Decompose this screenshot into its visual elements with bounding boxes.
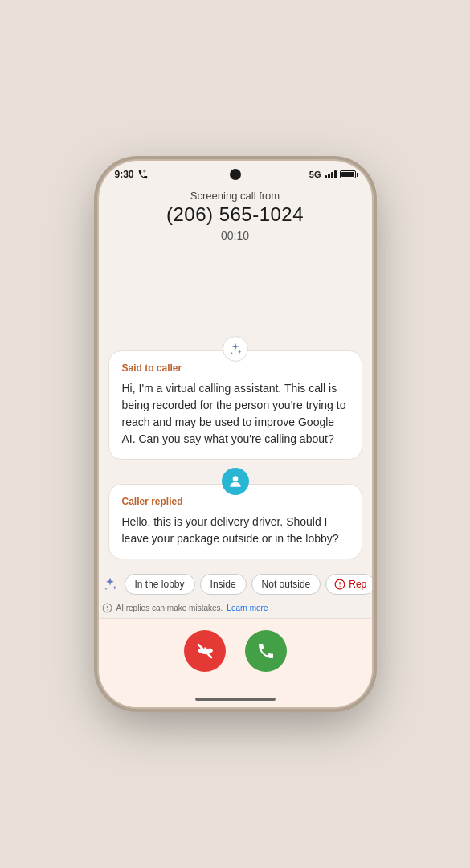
svg-point-6 (106, 609, 107, 610)
home-indicator (99, 691, 372, 707)
network-display: 5G (309, 170, 321, 179)
main-content: Said to caller Hi, I'm a virtual calling… (99, 252, 372, 567)
assistant-bubble: Said to caller Hi, I'm a virtual calling… (108, 350, 362, 460)
person-icon (227, 473, 243, 489)
decline-icon (195, 641, 215, 661)
report-chip[interactable]: Rep (325, 574, 371, 595)
signal-bars (325, 170, 337, 178)
phone-frame: 9:30 5G Screening call from (206) 565-10… (99, 161, 372, 707)
accept-icon (256, 641, 276, 661)
phone-number: (206) 565-1024 (115, 203, 356, 226)
screening-label: Screening call from (115, 190, 356, 202)
home-bar (195, 698, 276, 701)
caller-avatar (222, 468, 249, 495)
svg-point-0 (232, 476, 238, 481)
report-label: Rep (349, 579, 366, 590)
time-display: 9:30 (115, 169, 134, 180)
spacer (108, 252, 362, 336)
suggestion-chip-lobby[interactable]: In the lobby (125, 574, 195, 595)
ai-disclaimer: AI replies can make mistakes. Learn more (99, 601, 372, 618)
status-bar: 9:30 5G (99, 161, 372, 183)
accept-button[interactable] (245, 630, 287, 672)
signal-bar-1 (325, 175, 327, 178)
learn-more-link[interactable]: Learn more (227, 604, 268, 612)
assistant-icon (223, 336, 248, 362)
suggestions-ai-icon (100, 575, 120, 594)
action-bar (99, 618, 372, 691)
battery-fill (341, 172, 354, 177)
call-header: Screening call from (206) 565-1024 00:10 (99, 183, 372, 252)
caller-bubble-label: Caller replied (122, 496, 349, 507)
suggestions-spark-icon (102, 576, 118, 592)
ai-spark-icon (228, 342, 243, 356)
battery-icon (340, 170, 356, 178)
suggestion-chip-inside[interactable]: Inside (200, 574, 247, 595)
signal-bar-3 (331, 172, 333, 178)
call-timer: 00:10 (115, 229, 356, 242)
suggestion-chip-not-outside[interactable]: Not outside (251, 574, 321, 595)
call-indicator-icon (137, 169, 149, 180)
caller-bubble-text: Hello, this is your delivery driver. Sho… (122, 514, 349, 547)
svg-point-3 (340, 586, 341, 587)
signal-bar-4 (334, 170, 337, 178)
status-left: 9:30 (115, 169, 149, 180)
suggestions-bar: In the lobby Inside Not outside Rep (99, 567, 372, 601)
decline-button[interactable] (184, 630, 226, 672)
assistant-bubble-label: Said to caller (122, 362, 349, 374)
caller-icon-wrapper (108, 468, 362, 495)
status-right: 5G (309, 170, 356, 179)
report-icon (334, 579, 345, 590)
signal-bar-2 (328, 174, 330, 178)
caller-bubble: Caller replied Hello, this is your deliv… (108, 484, 362, 559)
assistant-bubble-text: Hi, I'm a virtual calling assistant. Thi… (122, 380, 349, 448)
camera-notch (230, 169, 241, 180)
assistant-icon-wrapper (108, 336, 362, 362)
disclaimer-text: AI replies can make mistakes. (116, 604, 223, 612)
disclaimer-icon (102, 603, 112, 613)
